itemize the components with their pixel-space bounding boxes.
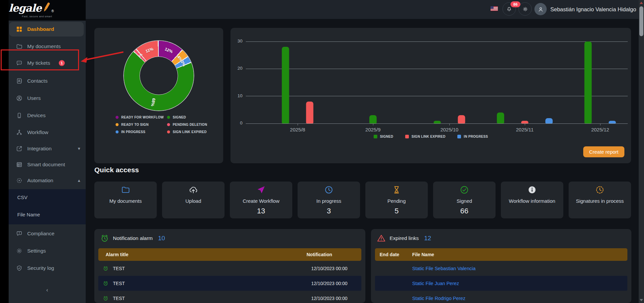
page-scrollbar[interactable] bbox=[639, 0, 644, 303]
donut-segment-label: 12% bbox=[164, 47, 173, 54]
theme-toggle-button[interactable] bbox=[518, 2, 532, 16]
table-row[interactable]: Static File Rodrigo Perez bbox=[375, 291, 627, 303]
card-create-workflow[interactable]: Create Workflow 13 bbox=[230, 182, 292, 218]
expired-file-link[interactable]: Static File Juan Perez bbox=[412, 281, 459, 286]
card-in-progress[interactable]: In progress 3 bbox=[298, 182, 360, 218]
hourglass-icon bbox=[365, 185, 428, 194]
sidebar-item-integration[interactable]: Integration ▼ bbox=[11, 141, 84, 156]
bar-group bbox=[497, 113, 553, 123]
x-axis-label: 2025/11 bbox=[516, 127, 533, 132]
table-header: End date File Name bbox=[375, 248, 627, 261]
chevron-up-icon: ▲ bbox=[77, 178, 81, 183]
scrollbar-thumb[interactable] bbox=[639, 6, 643, 36]
x-axis-tick bbox=[298, 123, 298, 125]
tickets-badge: 1 bbox=[59, 60, 65, 66]
sidebar-item-contacts[interactable]: Contacts bbox=[11, 74, 84, 88]
bar-legend-item: IN PROGRESS bbox=[457, 135, 488, 138]
folder-icon bbox=[94, 185, 157, 194]
bar-signed bbox=[585, 41, 592, 123]
sidebar-item-devices[interactable]: Devices bbox=[11, 108, 84, 123]
sidebar-subitem-file-name[interactable]: File Name bbox=[17, 210, 40, 219]
x-axis-tick bbox=[600, 123, 600, 125]
user-name[interactable]: Sebastián Ignacio Valencia Hidalgo bbox=[550, 0, 636, 19]
sidebar-item-automation[interactable]: Automation ▲ bbox=[11, 173, 84, 188]
card-pending[interactable]: Pending 5 bbox=[365, 182, 428, 218]
table-row[interactable]: Static File Juan Perez bbox=[375, 276, 627, 291]
app-logo: legale ® bbox=[9, 2, 54, 14]
card-workflow-information[interactable]: Workflow information bbox=[501, 182, 563, 218]
bar-group bbox=[369, 115, 377, 123]
donut-segment-label: 11% bbox=[145, 46, 154, 53]
user-circle-icon bbox=[16, 95, 23, 102]
sidebar-item-security-log[interactable]: Security log bbox=[11, 261, 84, 275]
sidebar-subitem-csv[interactable]: CSV bbox=[17, 193, 28, 202]
y-axis-tick-label: 0 bbox=[231, 120, 242, 125]
legend-item: READY FOR WORKFLOW bbox=[116, 115, 164, 119]
legend-item: READY TO SIGN bbox=[116, 123, 148, 126]
scrollbar-down-arrow[interactable] bbox=[639, 297, 644, 303]
legend-item: IN PROGRESS bbox=[116, 130, 145, 134]
x-axis-tick bbox=[449, 123, 450, 125]
automation-gear-play-icon bbox=[16, 177, 23, 184]
gridline bbox=[246, 41, 628, 42]
legend-swatch bbox=[457, 135, 461, 138]
panel-count: 12 bbox=[424, 235, 431, 242]
card-signatures-in-process[interactable]: Signatures in process bbox=[569, 182, 631, 218]
logo-tagline: Fast, secure and smart bbox=[22, 15, 52, 18]
bar-legend-item: SIGN LINK EXPIRED bbox=[405, 135, 445, 138]
contacts-book-icon bbox=[16, 78, 23, 84]
sidebar-item-smart-document[interactable]: Smart document bbox=[11, 157, 84, 172]
sidebar-item-settings[interactable]: Settings bbox=[11, 244, 84, 258]
donut-segment-label: 68% bbox=[150, 98, 156, 107]
sidebar-item-workflow[interactable]: Workflow bbox=[11, 125, 84, 140]
table-row[interactable]: TEST 12/10/2023 00:00 bbox=[98, 261, 361, 276]
monthly-bar-chart-panel: SIGNEDSIGN LINK EXPIREDIN PROGRESS Creat… bbox=[230, 28, 631, 163]
workflow-nodes-icon bbox=[16, 129, 23, 136]
sidebar-item-dashboard[interactable]: Dashboard bbox=[9, 22, 84, 37]
scrollbar-up-arrow[interactable] bbox=[639, 0, 644, 6]
notification-panel-header: Notification alarm 10 bbox=[100, 234, 165, 243]
card-my-documents[interactable]: My documents bbox=[94, 182, 157, 218]
card-signed[interactable]: Signed 66 bbox=[433, 182, 496, 218]
bar-in-progress bbox=[609, 121, 616, 123]
bar-chart-plot-area bbox=[246, 41, 628, 123]
expired-file-link[interactable]: Static File Rodrigo Perez bbox=[412, 296, 465, 301]
panel-count: 10 bbox=[158, 235, 165, 242]
bar-group bbox=[282, 47, 314, 123]
donut-segment-label: 1% bbox=[138, 53, 143, 58]
table-row[interactable]: TEST 12/10/2023 00:00 bbox=[98, 276, 361, 291]
bar-chart-legend: SIGNEDSIGN LINK EXPIREDIN PROGRESS bbox=[230, 135, 631, 138]
expired-panel-header: Expired links 12 bbox=[377, 234, 431, 243]
clock-dashed-icon bbox=[569, 185, 631, 194]
sidebar-item-compliance[interactable]: Compliance bbox=[11, 226, 84, 241]
chat-dots-icon bbox=[16, 60, 23, 66]
table-row[interactable]: Static File Sebastian Valencia bbox=[375, 261, 627, 276]
table-row[interactable]: TEST 12/10/2023 00:00 bbox=[98, 291, 361, 303]
sidebar-item-my-documents[interactable]: My documents bbox=[11, 39, 84, 54]
sidebar-item-users[interactable]: Users bbox=[11, 91, 84, 106]
bar-sign-link-expired bbox=[521, 121, 528, 123]
create-report-button[interactable]: Create report bbox=[583, 146, 624, 157]
warning-triangle-icon bbox=[377, 234, 386, 243]
expired-file-link[interactable]: Static File Sebastian Valencia bbox=[412, 266, 476, 271]
chat-alert-icon bbox=[16, 230, 23, 237]
dashboard-grid-icon bbox=[16, 26, 23, 33]
y-axis-tick-label: 30 bbox=[231, 38, 242, 43]
external-link-icon bbox=[16, 145, 23, 152]
sidebar-item-my-tickets[interactable]: My tickets 1 bbox=[11, 56, 84, 70]
sidebar-collapse-button[interactable]: ‹ bbox=[9, 287, 86, 293]
legend-item: SIGN LINK EXPIRED bbox=[167, 130, 207, 134]
alarm-clock-icon bbox=[103, 266, 108, 271]
bar-legend-item: SIGNED bbox=[374, 135, 393, 138]
mobile-device-icon bbox=[16, 112, 23, 119]
x-axis-label: 2025/10 bbox=[440, 127, 458, 132]
legend-item: PENDING DELETION bbox=[167, 123, 207, 126]
avatar[interactable] bbox=[534, 3, 547, 15]
shield-check-icon bbox=[16, 265, 23, 271]
smart-document-icon bbox=[16, 161, 23, 168]
bar-signed bbox=[369, 115, 377, 123]
card-upload[interactable]: Upload bbox=[162, 182, 225, 218]
language-flag-icon[interactable] bbox=[491, 6, 498, 11]
notification-count-badge: 86 bbox=[510, 1, 520, 7]
bar-sign-link-expired bbox=[306, 102, 314, 123]
